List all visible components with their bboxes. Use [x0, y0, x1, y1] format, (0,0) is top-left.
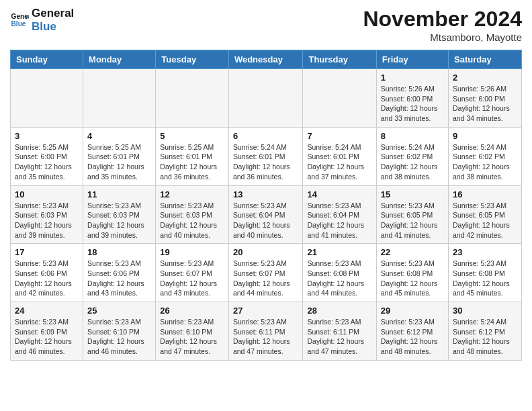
- calendar-cell: 16Sunrise: 5:23 AMSunset: 6:05 PMDayligh…: [449, 185, 522, 244]
- day-info: Sunrise: 5:23 AMSunset: 6:03 PMDaylight:…: [15, 201, 79, 240]
- day-info: Sunrise: 5:25 AMSunset: 6:01 PMDaylight:…: [160, 142, 224, 182]
- day-number: 27: [233, 306, 299, 316]
- day-info: Sunrise: 5:24 AMSunset: 6:01 PMDaylight:…: [233, 142, 299, 182]
- day-number: 9: [453, 131, 517, 141]
- day-number: 6: [233, 131, 299, 141]
- calendar-cell: 8Sunrise: 5:24 AMSunset: 6:02 PMDaylight…: [376, 127, 448, 185]
- calendar-cell: 27Sunrise: 5:23 AMSunset: 6:11 PMDayligh…: [228, 302, 303, 361]
- page: General Blue General Blue November 2024 …: [0, 0, 532, 371]
- calendar-cell: 21Sunrise: 5:23 AMSunset: 6:08 PMDayligh…: [303, 244, 376, 302]
- calendar-cell: 25Sunrise: 5:23 AMSunset: 6:10 PMDayligh…: [83, 302, 156, 361]
- day-number: 5: [160, 131, 224, 141]
- calendar-cell: 18Sunrise: 5:23 AMSunset: 6:06 PMDayligh…: [83, 244, 156, 302]
- day-header-sunday: Sunday: [11, 50, 83, 69]
- calendar-cell: 6Sunrise: 5:24 AMSunset: 6:01 PMDaylight…: [228, 127, 303, 185]
- day-info: Sunrise: 5:23 AMSunset: 6:08 PMDaylight:…: [381, 259, 444, 298]
- day-number: 12: [160, 189, 224, 199]
- calendar-week-row: 3Sunrise: 5:25 AMSunset: 6:00 PMDaylight…: [11, 127, 522, 185]
- day-number: 2: [453, 73, 517, 83]
- calendar-week-row: 24Sunrise: 5:23 AMSunset: 6:09 PMDayligh…: [11, 302, 522, 361]
- day-info: Sunrise: 5:23 AMSunset: 6:10 PMDaylight:…: [87, 317, 151, 357]
- day-info: Sunrise: 5:24 AMSunset: 6:01 PMDaylight:…: [307, 142, 371, 182]
- day-number: 21: [307, 247, 371, 257]
- calendar-cell: 10Sunrise: 5:23 AMSunset: 6:03 PMDayligh…: [11, 185, 83, 244]
- calendar-cell: [228, 69, 303, 128]
- day-number: 28: [307, 306, 371, 316]
- day-number: 20: [233, 247, 299, 257]
- day-number: 18: [87, 247, 151, 257]
- day-info: Sunrise: 5:23 AMSunset: 6:07 PMDaylight:…: [233, 259, 299, 298]
- day-number: 3: [15, 131, 79, 141]
- calendar-cell: 20Sunrise: 5:23 AMSunset: 6:07 PMDayligh…: [228, 244, 303, 302]
- day-info: Sunrise: 5:25 AMSunset: 6:00 PMDaylight:…: [15, 142, 79, 182]
- header: General Blue General Blue November 2024 …: [10, 7, 522, 43]
- logo-icon: General Blue: [10, 11, 29, 30]
- day-header-thursday: Thursday: [303, 50, 376, 69]
- logo-line2: Blue: [32, 20, 74, 34]
- day-info: Sunrise: 5:23 AMSunset: 6:06 PMDaylight:…: [87, 259, 151, 298]
- day-number: 19: [160, 247, 224, 257]
- logo-line1: General: [32, 7, 74, 20]
- day-number: 10: [15, 189, 79, 199]
- svg-text:Blue: Blue: [11, 20, 26, 28]
- day-info: Sunrise: 5:23 AMSunset: 6:10 PMDaylight:…: [160, 317, 224, 357]
- calendar-cell: 28Sunrise: 5:23 AMSunset: 6:11 PMDayligh…: [303, 302, 376, 361]
- calendar-week-row: 17Sunrise: 5:23 AMSunset: 6:06 PMDayligh…: [11, 244, 522, 302]
- day-info: Sunrise: 5:26 AMSunset: 6:00 PMDaylight:…: [381, 84, 444, 124]
- day-info: Sunrise: 5:25 AMSunset: 6:01 PMDaylight:…: [87, 142, 151, 182]
- calendar-header-row: SundayMondayTuesdayWednesdayThursdayFrid…: [11, 50, 522, 69]
- day-number: 14: [307, 189, 371, 199]
- day-header-saturday: Saturday: [449, 50, 522, 69]
- day-number: 22: [381, 247, 444, 257]
- calendar-cell: 22Sunrise: 5:23 AMSunset: 6:08 PMDayligh…: [376, 244, 448, 302]
- calendar-cell: [156, 69, 229, 128]
- calendar-week-row: 1Sunrise: 5:26 AMSunset: 6:00 PMDaylight…: [11, 69, 522, 128]
- day-number: 16: [453, 189, 517, 199]
- calendar-cell: 13Sunrise: 5:23 AMSunset: 6:04 PMDayligh…: [228, 185, 303, 244]
- day-number: 17: [15, 247, 79, 257]
- day-number: 11: [87, 189, 151, 199]
- day-number: 29: [381, 306, 444, 316]
- calendar-cell: 1Sunrise: 5:26 AMSunset: 6:00 PMDaylight…: [376, 69, 448, 128]
- day-info: Sunrise: 5:24 AMSunset: 6:02 PMDaylight:…: [381, 142, 444, 182]
- location-title: Mtsamboro, Mayotte: [363, 32, 522, 43]
- title-block: November 2024 Mtsamboro, Mayotte: [363, 7, 522, 43]
- calendar-cell: 29Sunrise: 5:23 AMSunset: 6:12 PMDayligh…: [376, 302, 448, 361]
- calendar-cell: 2Sunrise: 5:26 AMSunset: 6:00 PMDaylight…: [449, 69, 522, 128]
- day-number: 15: [381, 189, 444, 199]
- day-info: Sunrise: 5:26 AMSunset: 6:00 PMDaylight:…: [453, 84, 517, 124]
- day-info: Sunrise: 5:24 AMSunset: 6:02 PMDaylight:…: [453, 142, 517, 182]
- calendar-cell: [11, 69, 83, 128]
- day-info: Sunrise: 5:23 AMSunset: 6:03 PMDaylight:…: [87, 201, 151, 240]
- calendar-cell: 3Sunrise: 5:25 AMSunset: 6:00 PMDaylight…: [11, 127, 83, 185]
- day-info: Sunrise: 5:23 AMSunset: 6:06 PMDaylight:…: [15, 259, 79, 298]
- calendar-cell: 24Sunrise: 5:23 AMSunset: 6:09 PMDayligh…: [11, 302, 83, 361]
- day-info: Sunrise: 5:23 AMSunset: 6:09 PMDaylight:…: [15, 317, 79, 357]
- day-info: Sunrise: 5:23 AMSunset: 6:11 PMDaylight:…: [233, 317, 299, 357]
- calendar-cell: 12Sunrise: 5:23 AMSunset: 6:03 PMDayligh…: [156, 185, 229, 244]
- calendar-cell: [303, 69, 376, 128]
- day-info: Sunrise: 5:23 AMSunset: 6:04 PMDaylight:…: [307, 201, 371, 240]
- day-header-monday: Monday: [83, 50, 156, 69]
- day-info: Sunrise: 5:23 AMSunset: 6:12 PMDaylight:…: [381, 317, 444, 357]
- day-info: Sunrise: 5:23 AMSunset: 6:11 PMDaylight:…: [307, 317, 371, 357]
- calendar-cell: 7Sunrise: 5:24 AMSunset: 6:01 PMDaylight…: [303, 127, 376, 185]
- day-number: 23: [453, 247, 517, 257]
- calendar-cell: 30Sunrise: 5:24 AMSunset: 6:12 PMDayligh…: [449, 302, 522, 361]
- month-title: November 2024: [363, 7, 522, 32]
- day-info: Sunrise: 5:23 AMSunset: 6:05 PMDaylight:…: [453, 201, 517, 240]
- day-info: Sunrise: 5:23 AMSunset: 6:08 PMDaylight:…: [453, 259, 517, 298]
- day-number: 30: [453, 306, 517, 316]
- day-info: Sunrise: 5:23 AMSunset: 6:08 PMDaylight:…: [307, 259, 371, 298]
- calendar-cell: 23Sunrise: 5:23 AMSunset: 6:08 PMDayligh…: [449, 244, 522, 302]
- calendar-cell: [83, 69, 156, 128]
- day-number: 13: [233, 189, 299, 199]
- day-header-friday: Friday: [376, 50, 448, 69]
- calendar-week-row: 10Sunrise: 5:23 AMSunset: 6:03 PMDayligh…: [11, 185, 522, 244]
- calendar-cell: 26Sunrise: 5:23 AMSunset: 6:10 PMDayligh…: [156, 302, 229, 361]
- day-info: Sunrise: 5:23 AMSunset: 6:04 PMDaylight:…: [233, 201, 299, 240]
- day-number: 8: [381, 131, 444, 141]
- day-number: 24: [15, 306, 79, 316]
- calendar-cell: 14Sunrise: 5:23 AMSunset: 6:04 PMDayligh…: [303, 185, 376, 244]
- calendar-cell: 4Sunrise: 5:25 AMSunset: 6:01 PMDaylight…: [83, 127, 156, 185]
